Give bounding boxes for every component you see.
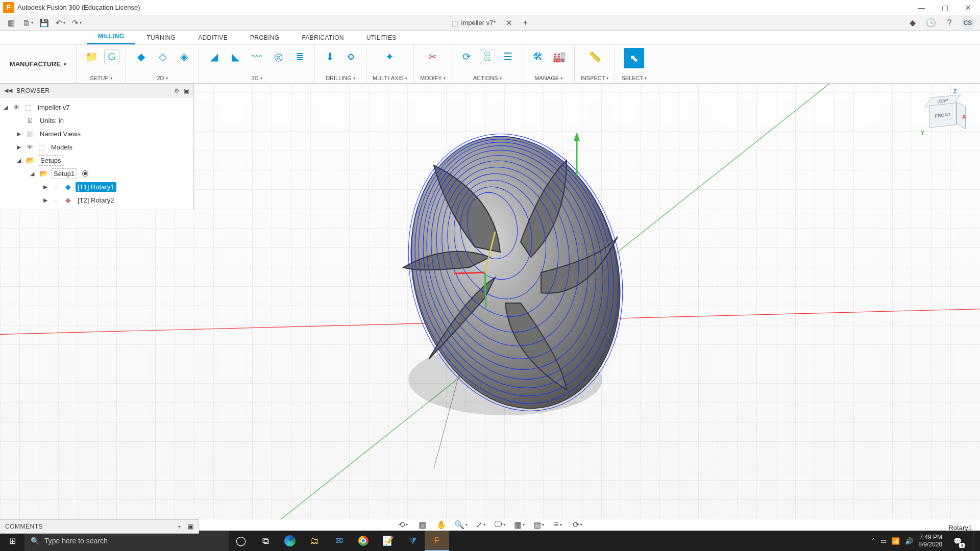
save-button[interactable]: 💾 — [37, 17, 51, 29]
ribbon-tab-fabrication[interactable]: FABRICATION — [290, 31, 355, 44]
add-comment-icon[interactable]: ＋ — [176, 522, 183, 531]
file-menu-button[interactable]: 🗎▾ — [20, 17, 35, 29]
comments-bar[interactable]: COMMENTS ＋ ▣ — [0, 519, 199, 534]
fusion360-taskbar-icon[interactable]: F — [425, 531, 449, 551]
show-desktop-button[interactable] — [973, 531, 976, 551]
effects-button[interactable]: ≡▾ — [551, 518, 565, 531]
generate-icon[interactable]: ⟳ — [458, 48, 476, 65]
tree-rotary2-label: [T2] Rotary2 — [76, 195, 116, 205]
display-settings-button[interactable]: 🖵▾ — [493, 518, 507, 531]
eye-icon[interactable]: 👁 — [12, 104, 20, 111]
grid-settings-button[interactable]: ▦▾ — [512, 518, 526, 531]
select-tool-button[interactable]: ⬉ — [624, 48, 644, 68]
viewcube-face-front[interactable]: FRONT — [929, 103, 957, 128]
ribbon-tab-turning[interactable]: TURNING — [135, 31, 187, 44]
eye-icon[interactable]: 👁 — [26, 143, 34, 151]
windows-taskbar: ⊞ 🔍 Type here to search ◯ ⧉ 🗂 ✉ 📝 ⧩ F ˄ … — [0, 531, 980, 551]
drill-icon[interactable]: ⬇ — [321, 48, 338, 65]
taskbar-search[interactable]: 🔍 Type here to search — [24, 531, 229, 551]
3d-spiral-icon[interactable]: ◎ — [270, 48, 287, 65]
active-setup-indicator[interactable] — [82, 170, 88, 177]
fit-button[interactable]: ⤢▾ — [473, 518, 487, 531]
browser-header[interactable]: ◀◀ BROWSER ⚙ ▣ — [0, 84, 193, 97]
undo-button[interactable]: ↶▾ — [53, 17, 67, 29]
window-close-button[interactable]: ✕ — [957, 0, 980, 15]
ribbon-tab-milling[interactable]: MILLING — [87, 30, 135, 44]
tree-node-setups[interactable]: ◢📂 Setups — [2, 154, 191, 167]
redo-button[interactable]: ↷▾ — [69, 17, 84, 29]
expand-comments-icon[interactable]: ▣ — [188, 523, 194, 530]
ribbon-group-actions-label: ACTIONS — [473, 75, 498, 81]
mail-icon[interactable]: ✉ — [327, 531, 351, 551]
bore-icon[interactable]: ⭘ — [342, 48, 360, 65]
document-tab[interactable]: ⬚ impeller v7* — [447, 17, 501, 29]
grid-apps-icon[interactable]: ▦ — [4, 17, 18, 29]
viewcube[interactable]: TOP FRONT X Y Z — [922, 93, 962, 133]
2d-contour-icon[interactable]: ◇ — [154, 48, 171, 65]
vscode-icon[interactable]: ⧩ — [400, 531, 425, 551]
lookat-button[interactable]: ▦ — [415, 518, 429, 531]
setup-gcode-icon[interactable]: G — [104, 49, 119, 64]
notepad-icon[interactable]: 📝 — [376, 531, 400, 551]
tree-node-units[interactable]: ▶🗎 Units: in — [2, 114, 191, 127]
file-explorer-icon[interactable]: 🗂 — [302, 531, 327, 551]
tree-node-rotary1[interactable]: ▶○◆ [T1] Rotary1 — [2, 180, 191, 193]
battery-icon[interactable]: ▭ — [880, 537, 887, 545]
status-operation-name: Rotary1 — [948, 524, 972, 532]
extensions-icon[interactable]: ◆ — [905, 16, 920, 30]
refresh-button[interactable]: ⟳▾ — [570, 518, 584, 531]
3d-adaptive-icon[interactable]: ◢ — [205, 48, 223, 65]
tree-node-models[interactable]: ▶👁⬚ Models — [2, 140, 191, 154]
window-maximize-button[interactable]: ▢ — [933, 0, 957, 15]
browser-settings-icon[interactable]: ⚙ — [174, 87, 180, 94]
chrome-icon[interactable] — [351, 531, 376, 551]
machine-library-icon[interactable]: 🏭 — [551, 48, 568, 65]
wifi-icon[interactable]: 📶 — [892, 537, 900, 545]
job-status-icon[interactable]: 🕓 — [924, 16, 938, 30]
taskbar-clock[interactable]: 7:49 PM 8/9/2020 — [918, 534, 942, 548]
2d-face-icon[interactable]: ◆ — [132, 48, 150, 65]
user-avatar[interactable]: CS — [961, 16, 975, 30]
tab-close-button[interactable]: ✕ — [502, 17, 516, 29]
3d-contour-icon[interactable]: 〰 — [248, 48, 265, 65]
window-minimize-button[interactable]: — — [910, 0, 933, 15]
postprocess-icon[interactable]: G1G2 — [480, 49, 495, 64]
tree-node-rotary2[interactable]: ▶○◆ [T2] Rotary2 — [2, 193, 191, 207]
cortana-icon[interactable]: ◯ — [229, 531, 253, 551]
setup-folder-icon[interactable]: 📁 — [83, 48, 100, 65]
pan-button[interactable]: ✋ — [434, 518, 449, 531]
operation-icon: ◆ — [63, 183, 72, 191]
3d-radial-icon[interactable]: ≣ — [291, 48, 308, 65]
zoom-button[interactable]: 🔍▾ — [454, 518, 468, 531]
browser-pin-icon[interactable]: ▣ — [184, 87, 189, 94]
orbit-button[interactable]: ⟲▾ — [396, 518, 410, 531]
volume-icon[interactable]: 🔊 — [905, 537, 913, 545]
task-view-icon[interactable]: ⧉ — [253, 531, 278, 551]
collapse-icon[interactable]: ◀◀ — [4, 87, 12, 94]
start-button[interactable]: ⊞ — [0, 531, 24, 551]
tree-node-setup1[interactable]: ◢📂 Setup1 — [2, 167, 191, 180]
edge-icon[interactable] — [278, 531, 302, 551]
3d-parallel-icon[interactable]: ◣ — [227, 48, 244, 65]
tree-node-namedviews[interactable]: ▶▥ Named Views — [2, 127, 191, 140]
eye-icon[interactable]: ○ — [52, 184, 60, 190]
toolpath-trim-icon[interactable]: ✂ — [424, 48, 442, 65]
setup-sheet-icon[interactable]: ☰ — [499, 48, 517, 65]
ribbon-group-select: ⬉ SELECT▾ — [615, 45, 653, 83]
ribbon-tab-additive[interactable]: ADDITIVE — [187, 31, 239, 44]
ribbon-tab-probing[interactable]: PROBING — [239, 31, 290, 44]
tray-overflow-icon[interactable]: ˄ — [872, 537, 875, 545]
multiaxis-icon[interactable]: ✦ — [381, 48, 399, 65]
help-icon[interactable]: ? — [942, 16, 957, 30]
ribbon-tab-utilities[interactable]: UTILITIES — [355, 31, 408, 44]
new-tab-button[interactable]: ＋ — [518, 17, 532, 29]
eye-icon[interactable]: ○ — [52, 197, 60, 203]
tool-library-icon[interactable]: 🛠 — [529, 48, 547, 65]
2d-adaptive-icon[interactable]: ◈ — [175, 48, 192, 65]
workspace-dropdown[interactable]: MANUFACTURE▾ — [0, 45, 77, 83]
viewport-layout-button[interactable]: ▤▾ — [531, 518, 546, 531]
measure-icon[interactable]: 📏 — [586, 48, 603, 65]
tree-rotary1-label: [T1] Rotary1 — [76, 182, 116, 192]
action-center-icon[interactable]: 💬4 — [947, 531, 968, 551]
tree-root[interactable]: ◢👁⬚ impeller v7 — [2, 101, 191, 114]
